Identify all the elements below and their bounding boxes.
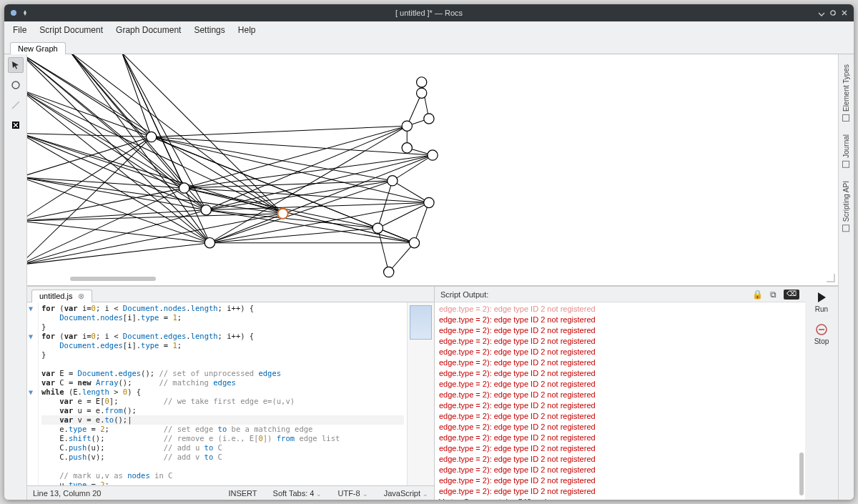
svg-line-29 (27, 214, 283, 221)
graph-tabstrip: New Graph (4, 39, 854, 54)
maximize-icon[interactable] (829, 9, 837, 16)
panel-scripting-api[interactable]: Scripting API (842, 181, 850, 232)
canvas-hscroll[interactable] (70, 277, 156, 281)
svg-point-86 (204, 238, 214, 248)
cursor-position: Line 13, Column 20 (33, 489, 101, 498)
fold-gutter[interactable]: ▼▼▼▼▼ (27, 302, 39, 485)
code-editor[interactable]: for (var i=0; i < Document.nodes.length;… (39, 302, 407, 485)
menu-script-document[interactable]: Script Document (39, 25, 103, 35)
svg-point-0 (11, 10, 16, 16)
svg-line-75 (393, 155, 433, 181)
script-output-label: Script Output: (440, 290, 488, 299)
menu-help[interactable]: Help (238, 25, 256, 35)
svg-line-16 (27, 133, 184, 188)
svg-line-61 (206, 210, 378, 229)
app-icon (10, 9, 17, 16)
svg-line-31 (27, 188, 184, 265)
run-button[interactable]: Run (815, 291, 828, 313)
svg-point-2 (12, 81, 19, 89)
select-tool[interactable] (8, 57, 24, 73)
svg-point-85 (201, 205, 211, 215)
svg-point-84 (179, 183, 189, 193)
svg-point-92 (424, 197, 434, 207)
run-label: Run (815, 305, 828, 313)
svg-line-45 (152, 126, 408, 137)
tab-new-graph[interactable]: New Graph (10, 42, 66, 54)
svg-point-95 (384, 267, 394, 277)
editor-statusbar: Line 13, Column 20 INSERT Soft Tabs: 4⌄ … (27, 485, 434, 500)
panel-element-types[interactable]: Element Types (842, 64, 850, 122)
svg-point-90 (428, 150, 438, 160)
menu-settings[interactable]: Settings (194, 25, 225, 35)
encoding[interactable]: UTF-8⌄ (337, 489, 368, 498)
svg-line-38 (71, 54, 209, 243)
pin-icon[interactable] (21, 9, 29, 16)
svg-line-79 (389, 243, 415, 272)
svg-line-65 (209, 181, 392, 243)
svg-line-3 (12, 102, 19, 109)
svg-point-94 (409, 238, 419, 248)
script-tabstrip: untitled.js ⊗ (27, 287, 434, 302)
svg-line-57 (206, 126, 407, 209)
tabs-setting[interactable]: Soft Tabs: 4⌄ (273, 489, 322, 498)
right-dock: Element Types Journal Scripting API (838, 54, 854, 500)
svg-rect-100 (819, 329, 824, 330)
svg-line-34 (27, 214, 283, 265)
add-edge-tool[interactable] (8, 97, 24, 113)
svg-line-28 (27, 221, 209, 243)
minimap[interactable] (407, 302, 434, 485)
close-icon[interactable] (841, 9, 848, 16)
svg-line-76 (393, 181, 429, 203)
graph-canvas[interactable] (27, 54, 838, 286)
svg-line-10 (27, 89, 152, 137)
svg-point-96 (417, 77, 427, 87)
svg-line-58 (206, 155, 433, 210)
svg-point-83 (147, 132, 157, 142)
svg-point-88 (402, 121, 412, 131)
script-output[interactable]: edge.type = 2): edge type ID 2 not regis… (435, 302, 805, 500)
titlebar: [ untitled ]* — Rocs (4, 4, 854, 21)
svg-line-59 (206, 181, 393, 210)
svg-point-87 (277, 209, 287, 219)
tab-script-file[interactable]: untitled.js ⊗ (31, 290, 92, 302)
stop-label: Stop (814, 337, 829, 345)
window-title: [ untitled ]* — Rocs (47, 9, 811, 17)
script-tab-label: untitled.js (39, 292, 72, 300)
svg-point-89 (417, 88, 427, 98)
panel-journal[interactable]: Journal (842, 134, 850, 168)
svg-line-14 (27, 89, 283, 214)
svg-line-33 (27, 243, 209, 265)
svg-point-93 (373, 223, 383, 233)
add-node-tool[interactable] (8, 77, 24, 93)
svg-line-47 (152, 137, 393, 181)
tool-palette (4, 54, 27, 500)
stop-button[interactable]: Stop (814, 323, 829, 345)
svg-point-97 (424, 114, 434, 124)
output-vscroll[interactable] (799, 302, 804, 500)
minimize-icon[interactable] (818, 9, 825, 16)
svg-line-80 (378, 228, 388, 272)
delete-tool[interactable] (8, 117, 24, 133)
menu-graph-document[interactable]: Graph Document (116, 25, 181, 35)
svg-point-1 (831, 11, 835, 15)
edit-mode: INSERT (228, 489, 257, 498)
svg-line-15 (27, 133, 152, 137)
output-copy-icon[interactable]: ⧉ (770, 290, 776, 300)
output-clear-icon[interactable]: ⌫ (784, 290, 799, 300)
close-tab-icon[interactable]: ⊗ (78, 292, 84, 300)
menubar: File Script Document Graph Document Sett… (4, 21, 854, 39)
svg-line-64 (209, 155, 433, 243)
svg-point-98 (402, 143, 412, 153)
language[interactable]: JavaScript⌄ (384, 489, 428, 498)
canvas-resize-grip[interactable] (827, 274, 835, 282)
svg-line-71 (422, 82, 429, 119)
svg-point-91 (388, 176, 398, 186)
menu-file[interactable]: File (13, 25, 26, 35)
svg-line-67 (209, 228, 378, 242)
output-lock-icon[interactable]: 🔒 (752, 290, 763, 300)
